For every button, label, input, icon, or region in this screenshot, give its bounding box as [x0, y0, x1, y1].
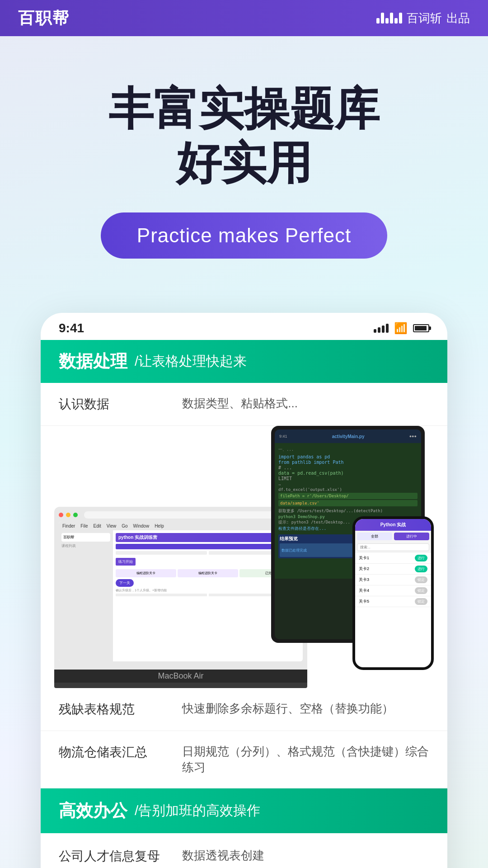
- row-col1: 物流仓储表汇总: [59, 744, 182, 775]
- laptop-screen: FinderFileEditViewGoWindowHelp 百职帮 课程列表 …: [54, 507, 307, 670]
- footer-rows: 公司人才信息复母 数据透视表创建: [41, 833, 447, 868]
- banner-title: 数据处理: [59, 350, 127, 373]
- row-col1: 残缺表格规范: [59, 701, 182, 718]
- footer-col2: 数据透视表创建: [182, 848, 429, 865]
- laptop-titlebar: [59, 511, 303, 519]
- table-row: 认识数据 数据类型、粘贴格式...: [41, 383, 447, 426]
- laptop-mockup: FinderFileEditViewGoWindowHelp 百职帮 课程列表 …: [54, 507, 307, 688]
- status-right: 📶: [374, 322, 429, 335]
- dot-green: [73, 513, 78, 517]
- footer-row: 公司人才信息复母 数据透视表创建: [41, 838, 447, 868]
- dot-red: [59, 513, 63, 517]
- brand-section: 百词斩 出品: [376, 10, 470, 26]
- hero-section: 丰富实操题库 好实用 Practice makes Perfect: [0, 36, 488, 286]
- laptop-label: MacBook Air: [54, 670, 307, 683]
- row-col2: 数据类型、粘贴格式...: [182, 396, 429, 413]
- mobile-row: 关卡2进行: [355, 564, 431, 575]
- row-col2: 日期规范（分列）、格式规范（含快捷键）综合练习: [182, 744, 429, 775]
- wifi-icon: 📶: [394, 322, 408, 335]
- data-processing-banner: 数据处理 /让表格处理快起来: [41, 340, 447, 383]
- bottom-table-rows: 残缺表格规范 快速删除多余标题行、空格（替换功能） 物流仓储表汇总 日期规范（分…: [41, 688, 447, 868]
- phone-frame: 9:41 📶 数据处理 /让表格处理快起来 认识数据: [41, 313, 447, 868]
- multi-device-area: FinderFileEditViewGoWindowHelp 百职帮 课程列表 …: [54, 426, 434, 688]
- app-header: 百职帮 百词斩 出品: [0, 0, 488, 36]
- app-logo: 百职帮: [18, 7, 70, 29]
- phone-status-bar: 9:41 📶: [41, 313, 447, 340]
- signal-icon: [374, 324, 389, 333]
- mobile-row: 关卡5锁定: [355, 596, 431, 607]
- footer-col1: 公司人才信息复母: [59, 848, 182, 865]
- table-row: 残缺表格规范 快速删除多余标题行、空格（替换功能）: [41, 688, 447, 731]
- mobile-screen: Python 实战 全部 进行中 关卡1进行 关卡2进行: [355, 519, 431, 667]
- table-row: 物流仓储表汇总 日期规范（分列）、格式规范（含快捷键）综合练习: [41, 731, 447, 788]
- laptop-content: FinderFileEditViewGoWindowHelp 百职帮 课程列表 …: [59, 521, 303, 661]
- hero-title-line1: 丰富实操题库: [27, 81, 461, 136]
- mobile-header: Python 实战: [355, 519, 431, 531]
- brand-name: 百词斩: [407, 10, 442, 26]
- mobile-row: 关卡1进行: [355, 553, 431, 564]
- phone-time: 9:41: [59, 321, 84, 335]
- row-col1: 认识数据: [59, 396, 182, 413]
- hero-title: 丰富实操题库 好实用: [27, 81, 461, 190]
- mobile-search[interactable]: [357, 543, 429, 551]
- mobile-mockup: Python 实战 全部 进行中 关卡1进行 关卡2进行: [352, 516, 434, 670]
- bottom-banner-title: 高效办公: [59, 799, 127, 822]
- laptop-base: [54, 683, 307, 688]
- device-mockup-section: 9:41 📶 数据处理 /让表格处理快起来 认识数据: [0, 286, 488, 868]
- hero-title-line2: 好实用: [27, 136, 461, 190]
- dot-yellow: [66, 513, 70, 517]
- brand-icon: [376, 13, 402, 24]
- efficient-office-banner: 高效办公 /告别加班的高效操作: [41, 788, 447, 833]
- practice-button[interactable]: Practice makes Perfect: [101, 212, 387, 259]
- bottom-banner-sub: /告别加班的高效操作: [135, 802, 260, 820]
- mobile-row: 关卡3锁定: [355, 575, 431, 585]
- mobile-row: 关卡4锁定: [355, 585, 431, 596]
- banner-subtitle: /让表格处理快起来: [135, 352, 247, 371]
- row-col2: 快速删除多余标题行、空格（替换功能）: [182, 701, 429, 718]
- battery-icon: [413, 324, 429, 332]
- brand-bars: [376, 13, 402, 24]
- brand-suffix: 出品: [446, 10, 470, 26]
